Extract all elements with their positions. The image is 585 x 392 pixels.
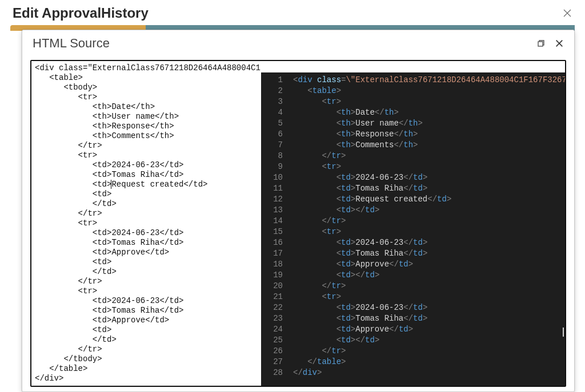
html-source-header: HTML Source xyxy=(22,30,574,54)
outer-dialog-title: Edit ApprovalHistory xyxy=(13,5,149,21)
svg-rect-2 xyxy=(538,42,543,46)
close-icon[interactable] xyxy=(555,39,564,48)
html-source-dialog: HTML Source <div class="ExternalClass767… xyxy=(22,30,575,392)
html-source-textarea[interactable]: <div class="ExternalClass7671218D26464A4… xyxy=(30,60,566,387)
line-number-gutter: 1234567891011121314151617181920212223242… xyxy=(261,72,289,386)
syntax-highlighted-code: <div class=\"ExternalClass7671218D26464A… xyxy=(289,72,565,381)
html-source-title: HTML Source xyxy=(33,36,110,51)
source-syntax-view[interactable]: 1234567891011121314151617181920212223242… xyxy=(261,72,565,386)
restore-window-icon[interactable] xyxy=(536,39,546,48)
outer-dialog: Edit ApprovalHistory HTML Source xyxy=(0,0,585,392)
close-icon[interactable] xyxy=(562,8,572,18)
outer-dialog-header: Edit ApprovalHistory xyxy=(0,0,585,25)
text-caret xyxy=(563,328,564,337)
source-plain-view[interactable]: <div class="ExternalClass7671218D26464A4… xyxy=(31,61,261,386)
